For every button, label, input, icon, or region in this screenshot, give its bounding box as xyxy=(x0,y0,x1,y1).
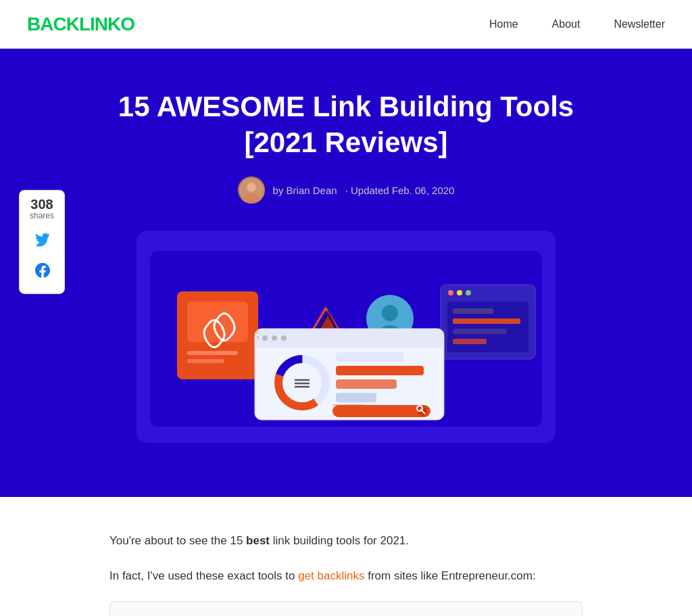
svg-rect-22 xyxy=(453,339,487,344)
navbar: BACKLINKO Home About Newsletter xyxy=(0,0,692,49)
svg-rect-6 xyxy=(187,351,238,355)
twitter-share-button[interactable] xyxy=(29,227,56,254)
nav-link-newsletter[interactable]: Newsletter xyxy=(614,18,665,30)
svg-rect-37 xyxy=(336,379,397,389)
quote-box: Instead of wasting your time building co… xyxy=(109,601,583,617)
svg-point-17 xyxy=(466,290,471,295)
logo-text: BACKLINK xyxy=(27,14,120,34)
author-name: by Brian Dean xyxy=(273,185,337,196)
author-avatar xyxy=(238,176,265,204)
nav-link-about[interactable]: About xyxy=(552,18,580,30)
hero-illustration-wrap xyxy=(137,231,555,443)
hero-illustration xyxy=(150,251,542,427)
svg-rect-21 xyxy=(453,329,507,334)
svg-point-26 xyxy=(262,335,268,341)
article-meta: by Brian Dean · Updated Feb. 06, 2020 xyxy=(14,176,678,204)
share-label: shares xyxy=(29,210,55,220)
svg-point-1 xyxy=(247,183,256,192)
svg-rect-7 xyxy=(187,359,224,363)
updated-date: · Updated Feb. 06, 2020 xyxy=(345,185,455,196)
get-backlinks-link[interactable]: get backlinks xyxy=(298,569,364,582)
article-title: 15 AWESOME Link Building Tools [2021 Rev… xyxy=(109,89,583,160)
nav-links: Home About Newsletter xyxy=(489,18,665,30)
nav-link-home[interactable]: Home xyxy=(489,18,518,30)
svg-point-27 xyxy=(272,335,277,341)
share-widget: 308 shares xyxy=(19,189,65,293)
svg-point-15 xyxy=(448,290,453,295)
facebook-share-button[interactable] xyxy=(29,256,56,283)
logo-o: O xyxy=(120,14,134,34)
intro-paragraph-1: You're about to see the 15 best link bui… xyxy=(109,531,583,551)
share-count: 308 xyxy=(29,197,55,210)
avatar-image xyxy=(238,176,265,204)
svg-point-16 xyxy=(457,290,462,295)
svg-rect-36 xyxy=(336,366,424,375)
hero-section: 308 shares 15 AWESOME Link Building Tool… xyxy=(0,49,692,497)
intro-paragraph-2: In fact, I've used these exact tools to … xyxy=(109,566,583,586)
svg-rect-25 xyxy=(255,342,444,348)
svg-point-12 xyxy=(382,305,398,321)
svg-rect-20 xyxy=(453,318,520,324)
svg-point-28 xyxy=(281,335,287,341)
site-logo[interactable]: BACKLINKO xyxy=(27,14,134,35)
svg-rect-35 xyxy=(336,352,403,362)
svg-rect-38 xyxy=(336,393,376,402)
svg-rect-19 xyxy=(453,308,493,314)
svg-rect-39 xyxy=(332,405,430,417)
content-area: You're about to see the 15 best link bui… xyxy=(82,497,610,616)
